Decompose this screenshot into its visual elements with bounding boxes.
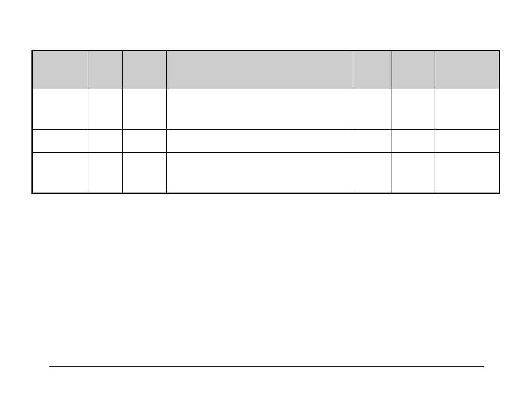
table-cell [166, 89, 353, 130]
table-header-cell [166, 51, 353, 89]
data-table [31, 50, 500, 194]
table-cell [88, 130, 123, 153]
table-cell [353, 153, 392, 193]
table-header-cell [33, 51, 88, 89]
table-cell [353, 89, 392, 130]
table-cell [435, 89, 499, 130]
table-header-cell [435, 51, 499, 89]
table-row [33, 130, 499, 153]
table-cell [33, 89, 88, 130]
footer-divider [49, 366, 484, 367]
table-header-cell [88, 51, 123, 89]
table-header-cell [392, 51, 435, 89]
table-cell [166, 130, 353, 153]
table-cell [33, 130, 88, 153]
table-cell [166, 153, 353, 193]
table-row [33, 89, 499, 130]
table-cell [88, 89, 123, 130]
table-cell [392, 130, 435, 153]
table-header-row [33, 51, 499, 89]
table-cell [123, 153, 167, 193]
table-cell [123, 89, 167, 130]
table-header-cell [353, 51, 392, 89]
table-cell [88, 153, 123, 193]
table-cell [435, 153, 499, 193]
table-cell [123, 130, 167, 153]
table-cell [33, 153, 88, 193]
table-cell [353, 130, 392, 153]
table-cell [435, 130, 499, 153]
table-row [33, 153, 499, 193]
table-header-cell [123, 51, 167, 89]
table-cell [392, 153, 435, 193]
table-cell [392, 89, 435, 130]
